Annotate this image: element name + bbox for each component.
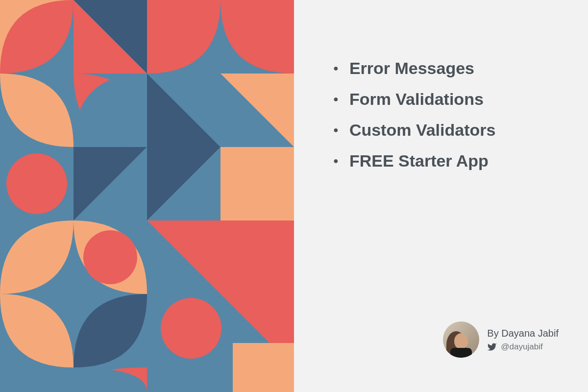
svg-point-0 [6, 153, 67, 214]
list-item: FREE Starter App [333, 151, 559, 171]
author-handle: @dayujabif [487, 342, 559, 352]
svg-rect-1 [220, 147, 294, 220]
twitter-handle: @dayujabif [501, 342, 542, 352]
avatar [443, 321, 479, 358]
feature-list: Error Messages Form Validations Custom V… [333, 59, 559, 182]
author-block: By Dayana Jabif @dayujabif [333, 321, 559, 358]
bullet-text: Form Validations [349, 90, 484, 109]
bullet-text: Error Messages [349, 59, 474, 78]
geometric-pattern [0, 0, 294, 392]
twitter-icon [487, 342, 497, 352]
content-panel: Error Messages Form Validations Custom V… [294, 0, 588, 392]
svg-rect-5 [233, 343, 294, 392]
author-text: By Dayana Jabif @dayujabif [487, 328, 559, 352]
svg-point-3 [161, 298, 221, 359]
svg-point-2 [83, 230, 137, 284]
bullet-text: Custom Validators [349, 121, 496, 140]
list-item: Custom Validators [333, 121, 559, 140]
author-name: By Dayana Jabif [487, 328, 559, 339]
list-item: Form Validations [333, 90, 559, 109]
pattern-svg [0, 0, 294, 392]
list-item: Error Messages [333, 59, 559, 78]
bullet-text: FREE Starter App [349, 151, 489, 171]
